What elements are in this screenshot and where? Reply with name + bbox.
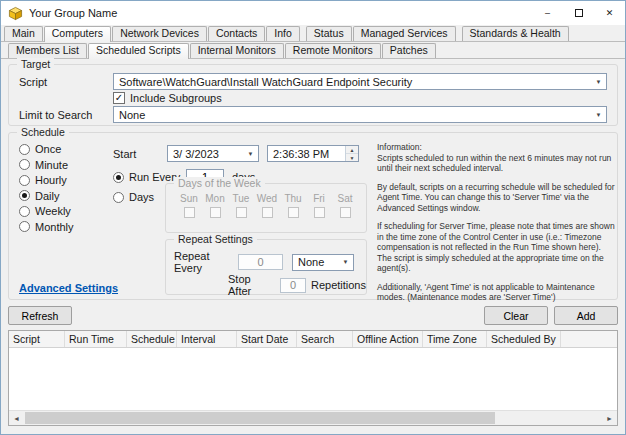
days-mode-row[interactable]: Days: [113, 191, 154, 203]
tab-remote-monitors[interactable]: Remote Monitors: [285, 43, 381, 58]
day-label-tue: Tue: [228, 193, 254, 204]
day-col-tue: Tue: [228, 193, 254, 220]
scroll-right-button[interactable]: ►: [602, 411, 617, 425]
limit-to-search-row: Limit to Search None ▼: [19, 106, 607, 123]
tab-scheduled-scripts[interactable]: Scheduled Scripts: [88, 43, 189, 59]
days-of-week-legend: Days of the Week: [174, 177, 265, 189]
repeat-unit-value: None: [293, 256, 338, 268]
start-date-picker[interactable]: 3/ 3/2023 ▼: [167, 145, 259, 162]
script-row: Script Software\WatchGuard\Install Watch…: [19, 73, 607, 90]
limit-to-search-label: Limit to Search: [19, 109, 113, 121]
start-time-picker[interactable]: 2:36:38 PM ▲ ▼: [267, 145, 359, 162]
day-label-sun: Sun: [176, 193, 202, 204]
day-col-wed: Wed: [254, 193, 280, 220]
tab-main[interactable]: Main: [4, 26, 43, 41]
day-sun-checkbox[interactable]: [184, 207, 195, 218]
script-label: Script: [19, 76, 113, 88]
day-thu-checkbox[interactable]: [288, 207, 299, 218]
radio-hourly-label: Hourly: [35, 174, 67, 186]
tab-computers[interactable]: Computers: [44, 26, 111, 42]
day-col-sat: Sat: [332, 193, 358, 220]
spin-down-icon[interactable]: ▼: [346, 154, 358, 161]
radio-daily-label: Daily: [35, 190, 59, 202]
column-header-search[interactable]: Search: [297, 331, 353, 347]
tab-network-devices[interactable]: Network Devices: [112, 26, 207, 41]
repeat-every-label: Repeat Every: [174, 250, 238, 274]
tab-managed-services[interactable]: Managed Services: [353, 26, 456, 41]
radio-weekly-label: Weekly: [35, 205, 71, 217]
column-header-interval[interactable]: Interval: [177, 331, 237, 347]
tab-members-list[interactable]: Members List: [8, 43, 87, 58]
horizontal-scrollbar[interactable]: ◄ ►: [9, 410, 617, 425]
run-every-radio[interactable]: [113, 172, 124, 183]
column-header-start-date[interactable]: Start Date: [237, 331, 297, 347]
include-subgroups-label: Include Subgroups: [130, 92, 222, 104]
start-row: Start 3/ 3/2023 ▼ 2:36:38 PM ▲ ▼: [113, 145, 359, 162]
close-button[interactable]: ✕: [594, 1, 625, 25]
refresh-button[interactable]: Refresh: [8, 306, 72, 325]
column-header-run-time[interactable]: Run Time: [65, 331, 127, 347]
tab-info[interactable]: Info: [266, 26, 300, 41]
column-header-schedule[interactable]: Schedule: [127, 331, 177, 347]
column-header-offline-action[interactable]: Offline Action: [353, 331, 423, 347]
script-dropdown-value: Software\WatchGuard\Install WatchGuard E…: [114, 76, 591, 88]
info-paragraph: If scheduling for Server Time, please no…: [377, 221, 615, 274]
scrollbar-thumb[interactable]: [25, 412, 495, 424]
day-wed-checkbox[interactable]: [262, 207, 273, 218]
repeat-settings-groupbox: Repeat Settings Repeat Every None ▼ Stop…: [165, 239, 367, 295]
info-paragraph: By default, scripts on a recurring sched…: [377, 182, 615, 214]
column-header-scheduled-by[interactable]: Scheduled By: [487, 331, 561, 347]
radio-hourly[interactable]: Hourly: [19, 174, 74, 186]
tab-contacts[interactable]: Contacts: [208, 26, 265, 41]
stop-after-input[interactable]: [280, 278, 306, 293]
day-col-mon: Mon: [202, 193, 228, 220]
repeat-unit-dropdown[interactable]: None ▼: [292, 254, 354, 271]
day-tue-checkbox[interactable]: [236, 207, 247, 218]
column-header-script[interactable]: Script: [9, 331, 65, 347]
day-sat-checkbox[interactable]: [340, 207, 351, 218]
day-fri-checkbox[interactable]: [314, 207, 325, 218]
stop-after-row: Stop After Repetitions: [228, 273, 366, 297]
repeat-every-row: Repeat Every None ▼: [174, 250, 354, 274]
day-mon-checkbox[interactable]: [210, 207, 221, 218]
maximize-button[interactable]: [563, 1, 594, 25]
table-header: Script Run Time Schedule Interval Start …: [9, 331, 617, 348]
column-header-time-zone[interactable]: Time Zone: [423, 331, 487, 347]
radio-daily[interactable]: Daily: [19, 190, 74, 202]
script-dropdown[interactable]: Software\WatchGuard\Install WatchGuard E…: [113, 73, 607, 90]
scroll-left-button[interactable]: ◄: [9, 411, 24, 425]
window-title: Your Group Name: [29, 7, 117, 19]
tab-internal-monitors[interactable]: Internal Monitors: [190, 43, 284, 58]
limit-to-search-dropdown[interactable]: None ▼: [113, 106, 607, 123]
radio-icon: [19, 159, 30, 170]
minimize-button[interactable]: –: [532, 1, 563, 25]
tab-patches[interactable]: Patches: [382, 43, 436, 58]
target-groupbox: Target Script Software\WatchGuard\Instal…: [8, 64, 618, 126]
info-paragraph: Additionally, 'Agent Time' is not applic…: [377, 282, 615, 303]
limit-to-search-value: None: [114, 109, 591, 121]
chevron-down-icon: ▼: [591, 79, 606, 85]
tab-standards-health[interactable]: Standards & Health: [462, 26, 569, 41]
day-col-sun: Sun: [176, 193, 202, 220]
repetitions-label: Repetitions: [311, 279, 366, 291]
include-subgroups-checkbox[interactable]: [113, 92, 125, 104]
spin-up-icon[interactable]: ▲: [346, 146, 358, 154]
radio-weekly[interactable]: Weekly: [19, 205, 74, 217]
window-controls: – ✕: [532, 1, 625, 25]
info-paragraph: Scripts scheduled to run within the next…: [377, 153, 615, 174]
repeat-every-input[interactable]: [238, 254, 283, 270]
day-col-fri: Fri: [306, 193, 332, 220]
days-of-week-groupbox: Days of the Week Sun Mon Tue: [165, 183, 367, 233]
radio-once[interactable]: Once: [19, 143, 74, 155]
radio-minute[interactable]: Minute: [19, 159, 74, 171]
radio-monthly[interactable]: Monthly: [19, 221, 74, 233]
days-radio[interactable]: [113, 192, 124, 203]
start-label: Start: [113, 148, 167, 160]
tab-status[interactable]: Status: [306, 26, 352, 41]
advanced-settings-link[interactable]: Advanced Settings: [19, 282, 118, 294]
sub-tab-strip: Members List Scheduled Scripts Internal …: [1, 42, 625, 59]
titlebar[interactable]: Your Group Name – ✕: [1, 1, 625, 25]
column-header-filler: [561, 331, 617, 347]
include-subgroups-row[interactable]: Include Subgroups: [113, 92, 607, 104]
day-label-mon: Mon: [202, 193, 228, 204]
